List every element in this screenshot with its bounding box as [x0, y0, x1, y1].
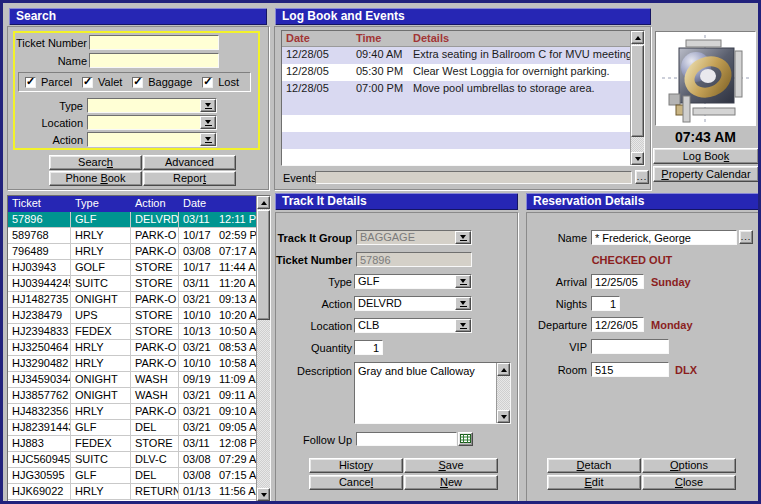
logbook-row[interactable]: 12/28/05 05:30 PM Clear West Loggia for …: [282, 64, 630, 81]
ticket-row[interactable]: HJ1482735 ONIGHT PARK-O 03/2109:13 AM: [8, 292, 256, 308]
scroll-up-icon[interactable]: [631, 31, 644, 44]
new-button[interactable]: New: [404, 475, 498, 490]
advanced-button[interactable]: Advanced: [143, 155, 236, 170]
ticket-col-action[interactable]: Action: [131, 196, 179, 212]
detach-button[interactable]: Detach: [547, 458, 641, 473]
ticket-row[interactable]: HJ2394833 FEDEX STORE 10/1310:50 AM: [8, 324, 256, 340]
dropdown-arrow-icon[interactable]: [200, 99, 216, 112]
departure-label: Departure: [527, 319, 587, 332]
scroll-down-icon[interactable]: [257, 488, 270, 501]
trackit-ticket-input[interactable]: [356, 252, 472, 267]
category-checkbox[interactable]: Valet: [82, 76, 122, 88]
quantity-input[interactable]: [354, 340, 383, 355]
checkbox-icon[interactable]: [132, 77, 143, 88]
name-input[interactable]: [89, 53, 219, 68]
ticket-col-type[interactable]: Type: [71, 196, 131, 212]
ticket-row[interactable]: 589768 HRLY PARK-O 10/1702:59 PM: [8, 228, 256, 244]
arrival-input[interactable]: [591, 274, 644, 289]
ticket-row[interactable]: HJ4832356 HRLY PARK-O 03/2109:10 AM: [8, 404, 256, 420]
res-name-input[interactable]: [591, 230, 737, 245]
ticket-row[interactable]: HJ3250464 HRLY PARK-O 03/2108:53 AM: [8, 340, 256, 356]
trackit-location-combo[interactable]: CLB: [354, 318, 472, 333]
events-input[interactable]: [315, 171, 632, 184]
close-button[interactable]: Close: [642, 475, 736, 490]
ticket-row[interactable]: HJ34590344 ONIGHT WASH 09/1911:09 AM: [8, 372, 256, 388]
room-input[interactable]: [591, 362, 669, 377]
ticket-col-date[interactable]: Date: [179, 196, 256, 212]
vip-input[interactable]: [591, 339, 669, 354]
description-scrollbar[interactable]: [496, 363, 510, 423]
trackit-type-combo[interactable]: GLF: [354, 274, 472, 289]
action-cell: DLV-C: [131, 452, 179, 468]
history-button[interactable]: History: [309, 458, 403, 473]
dropdown-arrow-icon[interactable]: [455, 231, 471, 244]
ticket-row[interactable]: HJG30595 GLF DEL 03/0807:15 AM: [8, 468, 256, 484]
dropdown-arrow-icon[interactable]: [200, 133, 216, 146]
scroll-up-icon[interactable]: [497, 363, 510, 376]
ticket-col-ticket[interactable]: Ticket: [8, 196, 71, 212]
log-book-button[interactable]: Log Book: [653, 148, 759, 164]
type-cell: HRLY: [71, 340, 131, 356]
ticket-row[interactable]: HJ3290482 HRLY PARK-O 10/1010:58 AM: [8, 356, 256, 372]
action-cell: DEL: [131, 420, 179, 436]
dropdown-arrow-icon[interactable]: [455, 275, 471, 288]
ticket-number-input[interactable]: [89, 35, 219, 50]
nights-input[interactable]: [591, 296, 620, 311]
action-combo[interactable]: [87, 132, 217, 147]
cancel-button[interactable]: Cancel: [309, 475, 403, 490]
checkbox-icon[interactable]: [25, 77, 36, 88]
report-button[interactable]: Report: [143, 171, 236, 186]
scrollbar-thumb[interactable]: [631, 45, 644, 137]
dropdown-arrow-icon[interactable]: [200, 116, 216, 129]
guest-lookup-button[interactable]: ...: [739, 230, 753, 244]
dropdown-arrow-icon[interactable]: [455, 319, 471, 332]
checkbox-icon[interactable]: [82, 77, 93, 88]
calendar-picker-button[interactable]: [458, 432, 473, 446]
ticket-row[interactable]: HJ238479 UPS STORE 10/1010:20 AM: [8, 308, 256, 324]
ticket-cell: HJ3857762: [8, 388, 71, 404]
ticket-row[interactable]: HJK69022 HRLY RETURNED 01/1311:56 AM: [8, 484, 256, 500]
property-calendar-button[interactable]: Property Calendar: [653, 166, 759, 182]
ticket-row[interactable]: HJ883 FEDEX STORE 03/1112:08 PM: [8, 436, 256, 452]
ticket-row[interactable]: HJC560945 SUITC DLV-C 03/0807:29 AM: [8, 452, 256, 468]
ticket-row[interactable]: 796489 HRLY PARK-O 03/0807:17 AM: [8, 244, 256, 260]
logbook-col-time[interactable]: Time: [352, 31, 409, 46]
ticket-row[interactable]: HJ3857762 ONIGHT WASH 03/2109:11 AM: [8, 388, 256, 404]
category-checkbox[interactable]: Lost: [202, 76, 239, 88]
date-cell: 10/1702:59 PM: [179, 228, 256, 244]
search-button[interactable]: Search: [49, 155, 142, 170]
dropdown-arrow-icon[interactable]: [455, 297, 471, 310]
phone-book-button[interactable]: Phone Book: [49, 171, 142, 186]
save-button[interactable]: Save: [404, 458, 498, 473]
follow-up-input[interactable]: [356, 432, 457, 446]
logbook-scrollbar[interactable]: [630, 31, 644, 165]
ticket-row[interactable]: HJ82391443 GLF DEL 03/2109:05 AM: [8, 420, 256, 436]
scroll-up-icon[interactable]: [257, 196, 270, 209]
category-checkbox[interactable]: Parcel: [25, 76, 72, 88]
ticket-row[interactable]: 57896 GLF DELVRD 03/1112:11 PM: [8, 212, 256, 228]
category-checkbox[interactable]: Baggage: [132, 76, 192, 88]
trackit-action-combo[interactable]: DELVRD: [354, 296, 472, 311]
checkbox-icon[interactable]: [202, 77, 213, 88]
ticket-row[interactable]: HJ03943 GOLF STORE 10/1711:44 AM: [8, 260, 256, 276]
type-combo[interactable]: [87, 98, 217, 113]
scroll-down-icon[interactable]: [497, 410, 510, 423]
description-textarea[interactable]: Gray and blue Calloway: [355, 363, 496, 423]
trackit-type-label: Type: [276, 276, 352, 289]
logbook-col-date[interactable]: Date: [282, 31, 352, 46]
type-cell: HRLY: [71, 228, 131, 244]
ticket-table-scrollbar[interactable]: [256, 196, 270, 501]
scroll-down-icon[interactable]: [631, 152, 644, 165]
scrollbar-thumb[interactable]: [257, 210, 270, 320]
options-button[interactable]: Options: [642, 458, 736, 473]
logbook-row[interactable]: 12/28/05 07:00 PM Move pool umbrellas to…: [282, 81, 630, 98]
logbook-col-details[interactable]: Details: [409, 31, 630, 46]
events-browse-button[interactable]: ...: [635, 170, 649, 184]
logbook-row[interactable]: 12/28/05 09:40 AM Extra seating in Ballr…: [282, 47, 630, 64]
trackit-group-combo[interactable]: BAGGAGE: [356, 230, 472, 245]
departure-input[interactable]: [591, 317, 644, 332]
ticket-row[interactable]: HJ039442456 SUITC STORE 03/1111:20 AM: [8, 276, 256, 292]
location-combo[interactable]: [87, 115, 217, 130]
edit-button[interactable]: Edit: [547, 475, 641, 490]
trackit-panel-title: Track It Details: [275, 193, 518, 210]
